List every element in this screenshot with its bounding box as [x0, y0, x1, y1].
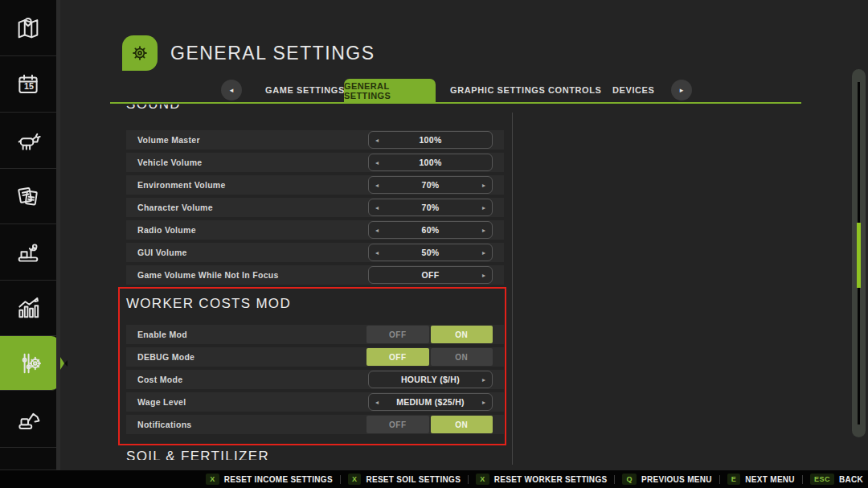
- content-scrollbar-track[interactable]: [512, 113, 513, 465]
- enable-mod-toggle: OFF ON: [366, 326, 493, 343]
- stepper-decrease-icon[interactable]: ◂: [375, 182, 379, 189]
- sidebar-item-animals[interactable]: [0, 113, 56, 169]
- vehicle-volume-stepper[interactable]: ◂ 100%: [368, 154, 493, 171]
- notifications-on-button[interactable]: ON: [431, 416, 493, 433]
- tab-general-settings[interactable]: GENERAL SETTINGS: [344, 79, 436, 103]
- notifications-off-button[interactable]: OFF: [366, 416, 429, 433]
- setting-label: Vehicle Volume: [137, 158, 202, 167]
- sidebar-item-contracts[interactable]: [0, 169, 56, 224]
- hint-reset-worker-settings[interactable]: X RESET WORKER SETTINGS: [476, 474, 607, 485]
- sidebar-item-construction[interactable]: [0, 392, 56, 448]
- setting-label: GUI Volume: [137, 248, 187, 257]
- stepper-decrease-icon[interactable]: ◂: [375, 249, 379, 256]
- hint-label: RESET SOIL SETTINGS: [366, 475, 461, 484]
- hint-label: PREVIOUS MENU: [641, 475, 712, 484]
- wage-level-stepper[interactable]: ◂ MEDIUM ($25/H) ▸: [368, 393, 493, 411]
- setting-row-game-volume-focus: Game Volume While Not In Focus OFF ▸: [126, 265, 504, 285]
- stepper-value: 60%: [422, 225, 440, 235]
- enable-mod-on-button[interactable]: ON: [431, 326, 493, 343]
- settings-scroll-area[interactable]: SOUND Volume Master ◂ 100% Vehicle Volum…: [117, 105, 516, 460]
- sidebar-item-calendar[interactable]: 15: [0, 56, 56, 113]
- environment-volume-stepper[interactable]: ◂ 70% ▸: [368, 176, 493, 194]
- setting-row-wage-level: Wage Level ◂ MEDIUM ($25/H) ▸: [126, 392, 504, 412]
- section-title-soil-fertilizer: SOIL & FERTILIZER: [126, 449, 269, 460]
- tab-devices[interactable]: DEVICES: [612, 85, 655, 95]
- tabs-prev-button[interactable]: ◂: [221, 80, 242, 100]
- stepper-increase-icon[interactable]: ▸: [482, 182, 485, 189]
- gui-volume-stepper[interactable]: ◂ 50% ▸: [368, 244, 493, 261]
- settings-sliders-icon: [16, 350, 43, 377]
- chevron-right-icon: ▸: [680, 86, 684, 94]
- setting-label: Wage Level: [137, 397, 186, 407]
- tab-controls[interactable]: CONTROLS: [548, 85, 602, 95]
- sidebar-item-settings[interactable]: [0, 336, 59, 391]
- hint-label: RESET WORKER SETTINGS: [494, 475, 608, 484]
- setting-row-cost-mode: Cost Mode HOURLY ($/H) ▸: [126, 370, 504, 389]
- stepper-increase-icon[interactable]: ▸: [482, 376, 485, 383]
- enable-mod-off-button[interactable]: OFF: [366, 326, 429, 343]
- stepper-value: 50%: [422, 248, 440, 257]
- hint-back[interactable]: ESC BACK: [810, 474, 863, 485]
- key-badge: X: [476, 474, 489, 485]
- stepper-increase-icon[interactable]: ▸: [482, 399, 485, 406]
- stepper-decrease-icon[interactable]: ◂: [375, 399, 379, 406]
- documents-icon: [14, 182, 42, 210]
- hint-separator: [340, 475, 341, 484]
- setting-label: Enable Mod: [137, 330, 187, 339]
- stepper-decrease-icon[interactable]: ◂: [375, 137, 379, 144]
- hint-separator: [614, 475, 615, 484]
- stepper-increase-icon[interactable]: ▸: [482, 227, 485, 234]
- sidebar-item-production[interactable]: [0, 224, 56, 281]
- stepper-increase-icon[interactable]: ▸: [482, 204, 485, 211]
- statistics-icon: [14, 294, 42, 322]
- key-badge: ESC: [810, 474, 834, 485]
- volume-master-stepper[interactable]: ◂ 100%: [368, 131, 493, 149]
- sidebar: 15: [0, 0, 56, 470]
- debug-mode-on-button[interactable]: ON: [431, 348, 493, 366]
- sidebar-item-map[interactable]: [0, 0, 56, 56]
- radio-volume-stepper[interactable]: ◂ 60% ▸: [368, 221, 493, 239]
- game-volume-focus-stepper[interactable]: OFF ▸: [368, 266, 493, 284]
- tabs-next-button[interactable]: ▸: [671, 80, 692, 100]
- tab-game-settings[interactable]: GAME SETTINGS: [265, 85, 345, 95]
- hint-previous-menu[interactable]: Q PREVIOUS MENU: [622, 474, 711, 485]
- setting-label: DEBUG Mode: [137, 352, 194, 362]
- cow-icon: [14, 127, 42, 154]
- hint-separator: [802, 475, 803, 484]
- cost-mode-stepper[interactable]: HOURLY ($/H) ▸: [368, 371, 493, 388]
- setting-label: Notifications: [137, 420, 191, 429]
- key-badge: E: [727, 474, 741, 485]
- tab-graphic-settings[interactable]: GRAPHIC SETTINGS: [450, 85, 545, 95]
- setting-row-gui-volume: GUI Volume ◂ 50% ▸: [126, 243, 504, 262]
- stepper-value: OFF: [422, 270, 440, 280]
- calendar-day: 15: [24, 81, 34, 91]
- hint-separator: [719, 475, 720, 484]
- page-icon-bubble: [122, 35, 158, 71]
- chevron-left-icon: ◂: [230, 86, 234, 94]
- setting-label: Cost Mode: [137, 375, 182, 384]
- gear-icon: [129, 42, 151, 64]
- scrollbar-thumb[interactable]: [857, 223, 861, 288]
- sidebar-divider: [56, 0, 60, 470]
- hint-reset-income-settings[interactable]: X RESET INCOME SETTINGS: [206, 474, 333, 485]
- stepper-decrease-icon[interactable]: ◂: [375, 204, 379, 211]
- page-scrollbar[interactable]: [852, 69, 866, 437]
- stepper-increase-icon[interactable]: ▸: [482, 272, 485, 279]
- debug-mode-off-button[interactable]: OFF: [366, 348, 429, 366]
- stepper-decrease-icon[interactable]: ◂: [375, 159, 379, 166]
- hint-label: RESET INCOME SETTINGS: [224, 475, 333, 484]
- stepper-decrease-icon[interactable]: ◂: [375, 227, 379, 234]
- hint-next-menu[interactable]: E NEXT MENU: [727, 474, 795, 485]
- active-item-notch: [64, 360, 68, 367]
- setting-label: Radio Volume: [137, 225, 196, 235]
- stepper-value: 100%: [419, 135, 441, 145]
- production-icon: [14, 239, 42, 266]
- stepper-value: HOURLY ($/H): [401, 375, 460, 384]
- sidebar-item-partial[interactable]: [0, 448, 56, 470]
- sidebar-item-statistics[interactable]: [0, 281, 56, 336]
- character-volume-stepper[interactable]: ◂ 70% ▸: [368, 199, 493, 216]
- hint-reset-soil-settings[interactable]: X RESET SOIL SETTINGS: [348, 474, 461, 485]
- stepper-increase-icon[interactable]: ▸: [482, 249, 485, 256]
- key-badge: X: [348, 474, 362, 485]
- tab-underline: [110, 102, 801, 104]
